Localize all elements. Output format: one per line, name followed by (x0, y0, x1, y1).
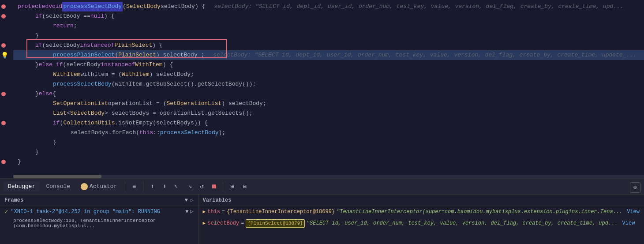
active-frame[interactable]: ✓ "XNIO-1 task-2"@14,252 in group "main"… (0, 206, 198, 217)
var-this-name: this (207, 208, 220, 216)
gutter-line-13 (0, 118, 13, 128)
keyword-if-5: if (18, 41, 42, 50)
code-line-12: List < SelectBody > selectBodys = operat… (13, 109, 644, 118)
code-line-13: if ( CollectionUtils .isNotEmpty(selectB… (13, 118, 644, 128)
code-line-14: selectBodys.forEach( this :: processSele… (13, 128, 644, 138)
restart-btn[interactable]: ↺ (196, 181, 207, 192)
keyword-if-2: if (18, 11, 42, 21)
code-2-body: (selectBody == (42, 11, 90, 21)
tab-console[interactable]: Console (41, 181, 75, 191)
breakpoint-5[interactable] (1, 43, 6, 48)
step-into-btn[interactable]: ↙ (172, 181, 182, 192)
stop-btn[interactable]: ⏹ (209, 181, 219, 192)
settings-btn[interactable]: ⊕ (630, 182, 640, 193)
keyword-null: null (90, 11, 104, 21)
code-line-10: } else { (13, 89, 644, 99)
debugger-panel: Debugger Console Actuator ≡ ⬆ ⬇ ↙ ↙ ↺ ⏹ … (0, 179, 644, 244)
variables-header: Variables (198, 195, 644, 206)
threads-btn[interactable]: ⊟ (239, 181, 250, 192)
scrollbar-thumb[interactable] (13, 175, 101, 178)
frames-btn[interactable]: ⊞ (227, 181, 237, 192)
editor-area: 💡 (0, 0, 644, 179)
var-selectbody-value-highlight: {PlainSelect@18879} (246, 219, 304, 228)
gutter-line-10 (0, 89, 13, 99)
variable-selectbody: ▶ selectBody = {PlainSelect@18879} "SELE… (198, 218, 644, 229)
tab-actuator[interactable]: Actuator (76, 181, 121, 192)
keyword-this: this (139, 128, 153, 138)
gutter-line-3 (0, 21, 13, 31)
toolbar-separator-2 (143, 182, 143, 191)
debugger-content: Frames ▼ ▷ ✓ "XNIO-1 task-2"@14,252 in g… (0, 195, 644, 244)
gutter-line-1 (0, 2, 13, 11)
var-eq-2: = (241, 219, 244, 227)
param-type: SelectBody (126, 2, 161, 11)
code-line-11: SetOperationList operationList = ( SetOp… (13, 99, 644, 109)
filter-icon[interactable]: ▼ (185, 197, 188, 203)
code-line-1: protected void processSelectBody ( Selec… (13, 2, 644, 11)
gutter: 💡 (0, 0, 13, 178)
var-selectbody-name: selectBody (207, 219, 239, 227)
code-line-6: processPlainSelect ( PlainSelect ) selec… (13, 50, 644, 60)
gutter-line-2 (0, 11, 13, 21)
var-this-view-link[interactable]: View (627, 208, 640, 216)
keyword-protected: protected (18, 2, 49, 11)
breakpoint-13[interactable] (1, 121, 6, 125)
code-line-8: WithItem withItem = ( WithItem ) selectB… (13, 70, 644, 79)
code-line-16: } (13, 147, 644, 157)
param-name: selectBody) { (161, 2, 205, 11)
code-line-15: } (13, 138, 644, 147)
horizontal-scrollbar[interactable] (13, 175, 644, 178)
variables-title: Variables (203, 197, 232, 203)
type-cast-withitem: WithItem (122, 70, 149, 79)
expand-btn[interactable]: ▷ (191, 197, 194, 203)
tab-actuator-label: Actuator (90, 183, 117, 190)
gutter-line-6: 💡 (0, 50, 13, 60)
debugger-toolbar: Debugger Console Actuator ≡ ⬆ ⬇ ↙ ↙ ↺ ⏹ … (0, 179, 644, 195)
gutter-line-17 (0, 157, 13, 167)
var-this-value: {TenantLineInnerInterceptor@18699} (227, 208, 335, 216)
gutter-line-16 (0, 147, 13, 157)
var-eq-1: = (222, 208, 225, 216)
expand-frame-icon[interactable]: ▷ (190, 208, 193, 215)
type-cast-setoplist: SetOperationList (166, 99, 221, 109)
breakpoint-2[interactable] (1, 14, 6, 19)
gutter-line-5 (0, 41, 13, 50)
frame-name: "XNIO-1 task-2"@14,252 in group "main": … (11, 209, 185, 215)
code-line-5: if (selectBody instanceof PlainSelect ) … (13, 41, 644, 50)
toolbar-separator-3 (223, 182, 223, 191)
code-line-4: } (13, 31, 644, 41)
breakpoint-1[interactable] (1, 4, 6, 9)
keyword-if-13: if (18, 118, 60, 128)
step-out-btn[interactable]: ↙ (184, 181, 195, 192)
breakpoint-10[interactable] (1, 92, 6, 96)
gutter-line-11 (0, 99, 13, 109)
inline-hint-1: selectBody: "SELECT id, dept_id, user_id… (214, 2, 623, 11)
type-collectionutils: CollectionUtils (63, 118, 115, 128)
filter-dropdown-icon[interactable]: ▼ (185, 209, 188, 215)
expand-selectbody-icon[interactable]: ▶ (203, 220, 206, 227)
tab-debugger[interactable]: Debugger (4, 181, 40, 191)
frame-detail-text: processSelectBody:103, TenantLineInnerIn… (13, 218, 156, 229)
breakpoint-17[interactable] (1, 160, 6, 164)
var-selectbody-view-link[interactable]: View (622, 219, 635, 227)
actuator-icon (81, 183, 88, 190)
var-this-description: "TenantLineInnerInterceptor(super=com.ba… (337, 208, 622, 216)
type-cast-plainselect: PlainSelect (118, 50, 156, 60)
keyword-else-if: else if (39, 60, 63, 70)
code-line-2: if (selectBody == null ) { (13, 11, 644, 21)
method-processplain: processPlainSelect (18, 50, 115, 60)
resume-btn[interactable]: ⬆ (147, 181, 157, 192)
type-selectbody-generic: SelectBody (70, 109, 105, 118)
menu-btn[interactable]: ≡ (129, 181, 139, 192)
method-processselectbody-14: processSelectBody (160, 128, 219, 138)
type-withitem-8: WithItem (18, 70, 80, 79)
type-list: List (18, 109, 67, 118)
gutter-line-8 (0, 70, 13, 79)
step-over-btn[interactable]: ⬇ (159, 181, 170, 192)
expand-this-icon[interactable]: ▶ (203, 208, 206, 216)
code-line-17: } (13, 157, 644, 167)
frames-header: Frames ▼ ▷ (0, 195, 198, 206)
code-line-3: return ; (13, 21, 644, 31)
gutter-line-9 (0, 79, 13, 89)
paren-open: ( (123, 2, 126, 11)
